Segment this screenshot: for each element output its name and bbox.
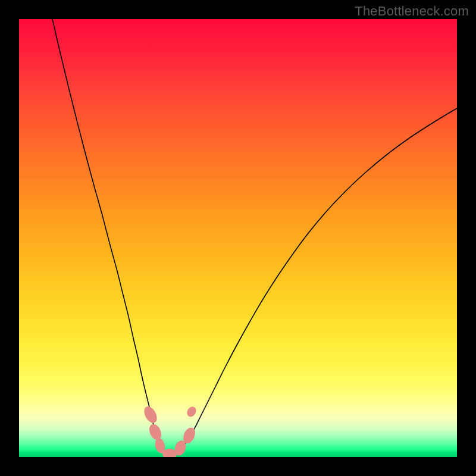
- chart-container: TheBottleneck.com: [0, 0, 476, 476]
- curve-svg: [19, 19, 457, 457]
- curve-marker: [185, 405, 198, 419]
- plot-area: [19, 19, 457, 457]
- curve-path: [52, 19, 457, 455]
- watermark-text: TheBottleneck.com: [355, 4, 469, 19]
- markers-group: [142, 405, 198, 457]
- curve-marker: [142, 405, 159, 425]
